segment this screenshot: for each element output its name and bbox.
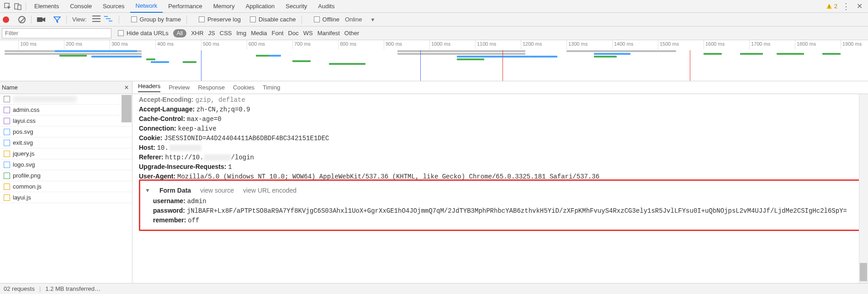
request-row[interactable]: jquery.js: [0, 148, 132, 159]
group-by-frame-checkbox[interactable]: Group by frame: [131, 16, 181, 23]
status-bar: 02 requests | 1.2 MB transferred…: [0, 283, 868, 294]
disable-cache-checkbox[interactable]: Disable cache: [250, 16, 296, 23]
svg-rect-6: [104, 16, 108, 17]
offline-label: Offline: [323, 16, 339, 23]
filter-type-doc[interactable]: Doc: [288, 30, 299, 37]
filter-type-font[interactable]: Font: [272, 30, 284, 37]
scrollbar-thumb[interactable]: [122, 95, 132, 122]
form-value: admin: [187, 198, 206, 205]
tab-security[interactable]: Security: [280, 0, 312, 12]
svg-rect-7: [106, 18, 111, 19]
header-value: keep-alive: [178, 125, 217, 132]
network-toolbar: View: Group by frame Preserve log Disabl…: [0, 13, 868, 26]
redacted-host: [169, 145, 201, 151]
request-name: layui.css: [13, 117, 36, 124]
preserve-log-checkbox[interactable]: Preserve log: [199, 16, 241, 23]
header-key: User-Agent:: [139, 173, 175, 180]
header-value: http://10.: [165, 154, 204, 161]
request-name: logo.svg: [13, 161, 35, 168]
request-name: layui.js: [13, 194, 31, 201]
throttling-value[interactable]: Online: [345, 16, 362, 23]
large-rows-toggle[interactable]: [92, 16, 101, 22]
kebab-menu-icon[interactable]: ⋮: [842, 2, 850, 10]
warnings-badge[interactable]: 2: [826, 3, 837, 10]
filter-type-ws[interactable]: WS: [303, 30, 313, 37]
tab-audits[interactable]: Audits: [312, 0, 340, 12]
request-row[interactable]: profile.png: [0, 170, 132, 181]
request-row[interactable]: layui.js: [0, 192, 132, 203]
tab-elements[interactable]: Elements: [29, 0, 64, 12]
tab-network[interactable]: Network: [130, 0, 163, 13]
filter-toggle-icon[interactable]: [53, 16, 61, 23]
header-value: max-age=0: [187, 116, 222, 123]
status-transferred: 1.2 MB transferred…: [45, 285, 101, 292]
form-key: remember:: [153, 216, 186, 224]
filter-type-xhr[interactable]: XHR: [191, 30, 203, 37]
request-row[interactable]: common.js: [0, 181, 132, 192]
detail-tab-strip: Headers Preview Response Cookies Timing: [132, 81, 868, 94]
request-name: [13, 96, 77, 102]
network-timeline[interactable]: 100 ms200 ms300 ms400 ms500 ms600 ms700 …: [0, 40, 868, 81]
request-list[interactable]: admin.css layui.css pos.svg exit.svg jqu…: [0, 94, 132, 283]
tab-console[interactable]: Console: [64, 0, 97, 12]
svg-rect-1: [15, 4, 19, 9]
close-devtools-icon[interactable]: ✕: [857, 2, 863, 10]
request-row[interactable]: layui.css: [0, 116, 132, 126]
detail-tab-cookies[interactable]: Cookies: [233, 84, 254, 91]
request-name: common.js: [13, 183, 42, 190]
tab-memory[interactable]: Memory: [208, 0, 240, 12]
details-scrollbar[interactable]: [859, 94, 868, 283]
view-source-link[interactable]: view source: [200, 187, 234, 194]
waterfall-toggle[interactable]: [104, 16, 113, 23]
filter-input[interactable]: [2, 28, 111, 38]
filter-type-css[interactable]: CSS: [220, 30, 232, 37]
header-key: Accept-Language:: [139, 105, 195, 113]
collapse-triangle-icon[interactable]: ▼: [145, 187, 150, 194]
view-url-encoded-link[interactable]: view URL encoded: [243, 187, 296, 194]
detail-tab-timing[interactable]: Timing: [263, 84, 281, 91]
request-row[interactable]: logo.svg: [0, 159, 132, 170]
request-name: pos.svg: [13, 128, 33, 135]
header-key: Cookie:: [139, 134, 162, 142]
request-row[interactable]: [0, 94, 132, 105]
detail-tab-headers[interactable]: Headers: [138, 83, 160, 92]
throttling-dropdown-icon[interactable]: ▼: [370, 17, 375, 22]
device-toolbar-icon[interactable]: [13, 1, 23, 11]
header-value: 10.: [157, 144, 169, 152]
detail-tab-response[interactable]: Response: [198, 84, 225, 91]
filter-type-js[interactable]: JS: [208, 30, 215, 37]
close-details-icon[interactable]: ×: [121, 84, 132, 92]
svg-rect-2: [18, 5, 21, 10]
request-row[interactable]: exit.svg: [0, 137, 132, 148]
name-column-header[interactable]: Name: [2, 84, 18, 91]
filter-type-other[interactable]: Other: [344, 30, 360, 37]
svg-rect-3: [829, 5, 829, 7]
form-data-section-title: Form Data: [159, 187, 191, 194]
clear-button[interactable]: [18, 16, 26, 23]
filter-type-media[interactable]: Media: [251, 30, 267, 37]
inspect-icon[interactable]: [3, 1, 13, 11]
hide-data-urls-checkbox[interactable]: Hide data URLs: [118, 30, 169, 37]
request-row[interactable]: pos.svg: [0, 126, 132, 137]
record-button[interactable]: [3, 16, 9, 23]
request-list-panel: Name × admin.css layui.css pos.svg exit.…: [0, 81, 132, 283]
headers-body[interactable]: Accept-Encoding: gzip, deflate Accept-La…: [132, 94, 868, 283]
request-row[interactable]: admin.css: [0, 105, 132, 116]
form-data-highlight-box: ▼ Form Data view source view URL encoded…: [139, 179, 862, 231]
request-name: profile.png: [13, 172, 41, 179]
offline-checkbox[interactable]: Offline: [314, 16, 339, 23]
devtools-tab-strip: Elements Console Sources Network Perform…: [0, 0, 868, 13]
svg-rect-0: [5, 3, 9, 8]
svg-rect-4: [829, 7, 829, 8]
filter-type-img[interactable]: Img: [236, 30, 246, 37]
detail-tab-preview[interactable]: Preview: [169, 84, 190, 91]
filter-type-all[interactable]: All: [173, 29, 186, 37]
tab-application[interactable]: Application: [240, 0, 281, 12]
form-value: jNlBAFR+Lx8F/aPTPtSO8aR9A7Yf8KVjgC6S03Ah…: [187, 207, 847, 215]
filter-type-manifest[interactable]: Manifest: [318, 30, 340, 37]
screenshots-icon[interactable]: [37, 16, 45, 23]
tab-performance[interactable]: Performance: [163, 0, 207, 12]
header-key: Upgrade-Insecure-Requests:: [139, 163, 226, 170]
tab-sources[interactable]: Sources: [97, 0, 130, 12]
header-value: gzip, deflate: [196, 96, 245, 104]
